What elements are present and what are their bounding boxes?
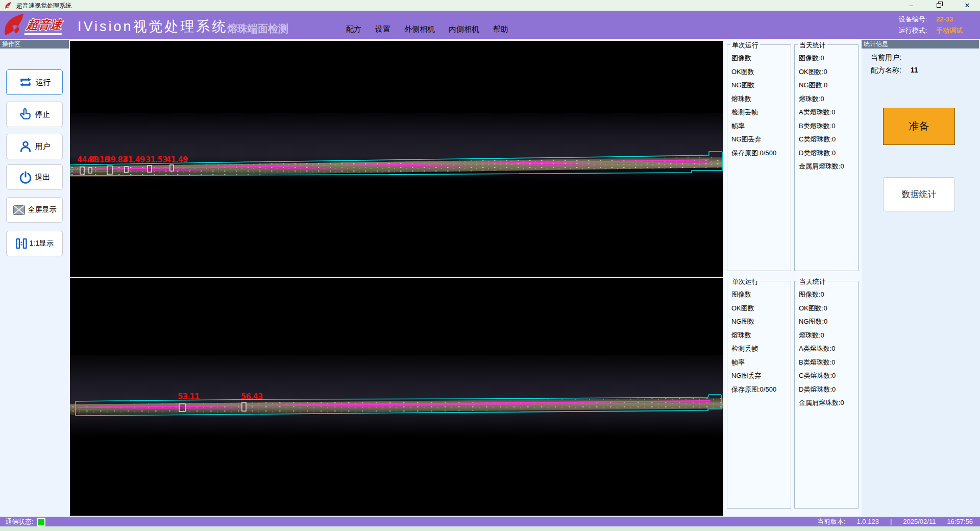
restore-button[interactable] <box>931 0 948 11</box>
menu-item[interactable]: 设置 <box>375 25 390 34</box>
daily-groupbox-top: 当天统计 图像数:0OK图数:0NG图数:0熔珠数:0A类熔珠数:0B类熔珠数:… <box>794 44 859 271</box>
stat-row: NG图丢弃 <box>731 369 790 383</box>
stat-row: OK图数:0 <box>799 65 857 79</box>
stop-button[interactable]: 停止 <box>6 102 63 127</box>
version-value: 1.0.123 <box>857 518 879 525</box>
inner-camera-view: 53.1156.43 <box>70 278 723 516</box>
single-run-groupbox-bottom: 单次运行 图像数OK图数NG图数熔珠数检测丢帧帧率NG图丢弃保存原图:0/500 <box>727 281 791 509</box>
stat-row: 检测丢帧 <box>731 342 790 356</box>
data-statistics-button[interactable]: 数据统计 <box>883 177 955 211</box>
stat-row: 保存原图:0/500 <box>731 147 790 160</box>
status-bar-right: 当前版本:1.0.123|2025/02/1116:57:56 <box>806 517 973 526</box>
user-button-label: 用户 <box>35 142 51 152</box>
window-title: 超音速视觉处理系统 <box>16 2 71 10</box>
stat-row: 熔珠数 <box>731 92 790 106</box>
stop-button-label: 停止 <box>35 110 51 119</box>
app-title: IVision视觉处理系统 <box>78 17 228 36</box>
status-date: 2025/02/11 <box>903 518 936 525</box>
run-mode-value: 手动调试 <box>936 25 973 36</box>
app-window: 超音速视觉处理系统 – ✕ 超音速 IVision视觉处理系统 熔珠端面检测 配… <box>0 0 980 531</box>
stat-row: D类熔珠数:0 <box>799 383 857 397</box>
stat-row: C类熔珠数:0 <box>799 133 857 147</box>
stat-row: NG图数:0 <box>799 315 857 329</box>
stat-row: NG图数 <box>731 79 790 92</box>
stop-hand-icon <box>19 108 32 121</box>
status-bar: 通信状态: 当前版本:1.0.123|2025/02/1116:57:56 <box>0 517 980 526</box>
stat-row: 图像数:0 <box>799 52 857 65</box>
device-id-label: 设备编号: <box>899 15 927 23</box>
groupbox-title: 当天统计 <box>798 41 827 50</box>
recipe-label: 配方名称: <box>871 66 901 74</box>
one-to-one-button[interactable]: 1:1显示 <box>6 231 63 256</box>
exit-button[interactable]: 退出 <box>6 164 63 190</box>
status-time: 16:57:56 <box>947 518 973 525</box>
menu-item[interactable]: 内侧相机 <box>449 25 479 34</box>
one-to-one-icon <box>15 237 28 250</box>
stat-row: OK图数:0 <box>799 302 857 316</box>
measurement-value: 31.53 <box>145 155 167 164</box>
sidebar-caption: 操作区 <box>0 40 69 49</box>
brand-swoosh-icon <box>2 13 27 37</box>
groupbox-title: 单次运行 <box>730 277 760 286</box>
header-device-info: 设备编号: 22-33 运行模式: 手动调试 <box>899 14 973 36</box>
statistics-info-panel: 统计信息 当前用户: 配方名称: 11 准备 数据统计 <box>862 39 980 516</box>
groupbox-title: 当天统计 <box>798 277 827 286</box>
menu-item[interactable]: 配方 <box>346 25 361 34</box>
header-bar: 超音速 IVision视觉处理系统 熔珠端面检测 配方设置外侧相机内侧相机帮助 … <box>0 11 980 39</box>
user-button[interactable]: 用户 <box>6 134 63 159</box>
app-logo-icon <box>4 2 12 10</box>
minimize-button[interactable]: – <box>902 0 920 11</box>
stat-row: NG图丢弃 <box>731 133 790 147</box>
status-separator: | <box>890 518 892 525</box>
stat-row: 图像数 <box>731 288 790 302</box>
statistics-area: 单次运行 图像数OK图数NG图数熔珠数检测丢帧帧率NG图丢弃保存原图:0/500… <box>723 39 862 516</box>
measurement-value: 53.11 <box>178 392 199 401</box>
measurement-labels: 53.1156.43 <box>70 278 723 516</box>
menu-item[interactable]: 帮助 <box>493 25 508 34</box>
measurement-value: 41.49 <box>123 155 144 164</box>
power-icon <box>19 171 32 184</box>
run-button[interactable]: 运行 <box>6 69 63 95</box>
one-to-one-button-label: 1:1显示 <box>29 239 53 248</box>
measurement-value: 41.49 <box>166 155 187 164</box>
single-run-groupbox-top: 单次运行 图像数OK图数NG图数熔珠数检测丢帧帧率NG图丢弃保存原图:0/500 <box>727 44 791 271</box>
restore-icon <box>937 2 943 8</box>
title-bar: 超音速视觉处理系统 – ✕ <box>0 0 980 11</box>
stat-row: C类熔珠数:0 <box>799 369 857 383</box>
comm-status-label: 通信状态: <box>5 517 34 526</box>
operation-sidebar: 操作区 运行 停止 用户 <box>0 39 70 516</box>
stat-row: OK图数 <box>731 65 790 79</box>
current-user-label: 当前用户: <box>871 53 901 61</box>
stat-row: NG图数 <box>731 315 790 329</box>
user-icon <box>19 140 32 153</box>
stat-row: 图像数 <box>731 52 790 65</box>
measurement-value: 56.43 <box>241 392 262 401</box>
fullscreen-button[interactable]: 全屏显示 <box>6 197 63 223</box>
recipe-value: 11 <box>911 66 918 74</box>
main-menu: 配方设置外侧相机内侧相机帮助 <box>346 25 522 34</box>
brand-logo-text: 超音速 <box>24 17 64 35</box>
stat-row: NG图数:0 <box>799 79 857 92</box>
stat-row: A类熔珠数:0 <box>799 106 857 119</box>
run-mode-label: 运行模式: <box>899 27 927 34</box>
stat-row: 保存原图:0/500 <box>731 383 790 397</box>
ready-button[interactable]: 准备 <box>883 108 955 145</box>
version-label: 当前版本: <box>817 518 846 525</box>
exit-button-label: 退出 <box>35 173 51 182</box>
outer-camera-view: 44.3941.1839.8341.4931.5341.49 <box>70 41 723 277</box>
stat-row: 金属屑熔珠数:0 <box>799 396 857 410</box>
close-button[interactable]: ✕ <box>959 0 976 11</box>
measurement-labels: 44.3941.1839.8341.4931.5341.49 <box>70 41 723 277</box>
recipe-row: 配方名称: 11 <box>871 66 918 75</box>
menu-item[interactable]: 外侧相机 <box>404 25 435 34</box>
run-button-label: 运行 <box>36 78 51 87</box>
daily-groupbox-bottom: 当天统计 图像数:0OK图数:0NG图数:0熔珠数:0A类熔珠数:0B类熔珠数:… <box>794 281 859 509</box>
stat-row: A类熔珠数:0 <box>799 342 857 356</box>
stat-row: 熔珠数:0 <box>799 329 857 343</box>
stat-row: B类熔珠数:0 <box>799 119 857 133</box>
run-arrows-icon <box>18 76 33 88</box>
info-panel-caption: 统计信息 <box>862 40 979 49</box>
fullscreen-button-label: 全屏显示 <box>28 205 57 214</box>
stat-row: 金属屑熔珠数:0 <box>799 160 857 174</box>
fullscreen-icon <box>13 205 25 215</box>
